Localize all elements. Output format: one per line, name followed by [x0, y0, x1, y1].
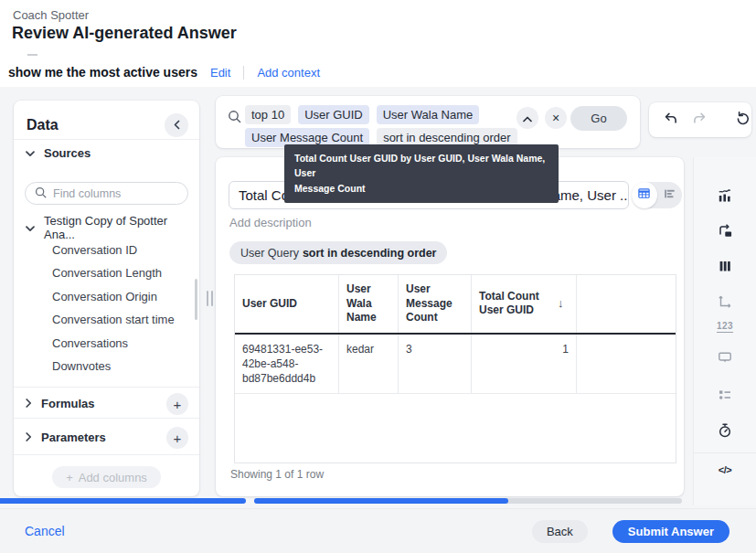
- tooltip-display-icon: [717, 349, 733, 368]
- bar-chart-icon: [663, 187, 676, 204]
- column-item[interactable]: Conversation Length: [52, 264, 162, 281]
- chart-trend-icon: [717, 187, 733, 207]
- reset-icon: [735, 111, 751, 129]
- add-description-field[interactable]: Add description: [229, 216, 312, 229]
- column-item[interactable]: Conversation start time: [52, 311, 175, 327]
- visualize-button[interactable]: [694, 186, 756, 207]
- find-columns-input[interactable]: [53, 187, 178, 200]
- sources-label: Sources: [44, 146, 91, 160]
- divider: [694, 452, 756, 453]
- coach-spotter-screen: Coach Spotter Review AI-generated Answer…: [0, 0, 756, 553]
- plus-icon: +: [66, 471, 73, 484]
- collapse-search-button[interactable]: [516, 107, 538, 129]
- close-icon: ×: [552, 112, 559, 124]
- stopwatch-icon: [717, 422, 733, 441]
- column-header-sorted[interactable]: Total Count User GUID ↓: [472, 275, 577, 333]
- table-cell: 1: [472, 335, 577, 394]
- undo-icon: [663, 111, 678, 129]
- edit-link[interactable]: Edit: [210, 66, 230, 80]
- schedule-button[interactable]: [694, 420, 756, 442]
- answer-toolbar: 123 </>: [693, 157, 756, 505]
- column-header[interactable]: User GUID: [235, 275, 339, 333]
- search-token[interactable]: top 10: [245, 105, 291, 124]
- result-table: User GUID User Wala Name User Message Co…: [234, 274, 676, 463]
- undo-button[interactable]: [663, 111, 678, 129]
- main-horizontal-scrollbar-track[interactable]: [254, 498, 682, 504]
- table-cell: 69481331-ee53-42be-a548-bd87be6ddd4b: [235, 335, 339, 394]
- view-code-button[interactable]: </>: [694, 459, 756, 481]
- truncated-text-mark: [27, 54, 37, 56]
- cancel-link[interactable]: Cancel: [25, 524, 65, 538]
- chevron-right-icon: [26, 429, 32, 445]
- search-token[interactable]: User Wala Name: [377, 105, 479, 124]
- column-header-empty: [577, 275, 676, 333]
- table-cell: 3: [399, 335, 472, 394]
- query-interpretation-tooltip: Total Count User GUID by User GUID, User…: [284, 144, 559, 203]
- redo-button[interactable]: [692, 111, 708, 129]
- table-row: 69481331-ee53-42be-a548-bd87be6ddd4b ked…: [235, 335, 676, 395]
- user-query-chip[interactable]: User Query sort in descending order: [229, 241, 447, 264]
- column-header[interactable]: User Wala Name: [339, 275, 399, 333]
- columns-icon: [717, 258, 733, 277]
- search-icon: [35, 186, 47, 202]
- search-token[interactable]: User GUID: [298, 105, 369, 124]
- collapse-panel-button[interactable]: [165, 113, 188, 137]
- reset-button[interactable]: [735, 111, 751, 129]
- edit-columns-button[interactable]: [694, 256, 756, 278]
- chip-prefix: User Query: [240, 247, 299, 260]
- chip-value: sort in descending order: [303, 247, 437, 260]
- sources-section-header[interactable]: Sources: [26, 144, 91, 161]
- add-context-link[interactable]: Add context: [257, 66, 320, 80]
- panel-resize-handle[interactable]: [207, 291, 213, 306]
- column-item[interactable]: Conversations: [52, 335, 128, 351]
- number-format-button[interactable]: 123: [694, 315, 756, 337]
- visualization-toggle: [632, 182, 682, 208]
- add-parameter-button[interactable]: +: [166, 427, 188, 449]
- sort-descending-icon: ↓: [558, 296, 564, 312]
- divider: [14, 418, 199, 419]
- configure-axes-button[interactable]: [694, 292, 756, 314]
- search-icon: [228, 110, 241, 127]
- parameters-label: Parameters: [41, 431, 106, 444]
- main-horizontal-scrollbar-thumb[interactable]: [254, 498, 508, 504]
- formulas-section-header[interactable]: Formulas: [26, 395, 95, 411]
- change-viz-icon: [717, 223, 733, 242]
- number-format-icon: 123: [717, 321, 733, 333]
- go-button[interactable]: Go: [570, 106, 627, 131]
- dataset-node[interactable]: Testign Copy of Spotter Ana...: [26, 219, 199, 236]
- chart-view-toggle[interactable]: [657, 182, 683, 208]
- chevron-down-icon: [26, 219, 35, 236]
- search-bar: top 10 User GUID User Wala Name User Mes…: [216, 96, 640, 148]
- sidebar-scrollbar-thumb[interactable]: [195, 279, 197, 320]
- clear-search-button[interactable]: ×: [545, 107, 567, 129]
- table-icon: [637, 186, 651, 204]
- column-header[interactable]: User Message Count: [399, 275, 472, 333]
- chevron-up-icon: [523, 112, 532, 125]
- sidebar-horizontal-scrollbar[interactable]: [0, 498, 246, 504]
- display-settings-button[interactable]: [694, 347, 756, 369]
- chevron-left-icon: [173, 119, 181, 133]
- column-item[interactable]: Conversation Origin: [52, 288, 157, 304]
- table-empty-area: [235, 394, 676, 463]
- data-panel-title: Data: [27, 117, 59, 133]
- column-item[interactable]: Downvotes: [52, 357, 111, 374]
- token-row-1: top 10 User GUID User Wala Name: [245, 105, 479, 124]
- back-button[interactable]: Back: [532, 520, 588, 543]
- table-cell-empty: [577, 335, 676, 394]
- redo-icon: [692, 111, 708, 129]
- divider: [14, 454, 199, 455]
- column-header-label: Total Count User GUID: [479, 290, 552, 318]
- conditional-formatting-button[interactable]: [694, 385, 756, 407]
- add-formula-button[interactable]: +: [166, 393, 188, 415]
- parameters-section-header[interactable]: Parameters: [26, 429, 106, 445]
- submit-answer-button[interactable]: Submit Answer: [612, 520, 729, 543]
- column-item[interactable]: Conversation ID: [52, 241, 137, 258]
- divider: [243, 66, 244, 80]
- find-columns-box: [25, 182, 188, 205]
- data-panel-header: Data: [27, 112, 188, 138]
- formulas-label: Formulas: [41, 397, 95, 410]
- table-view-toggle[interactable]: [632, 182, 657, 208]
- axes-icon: [717, 293, 733, 313]
- add-columns-button[interactable]: + Add columns: [52, 466, 161, 488]
- change-visualization-button[interactable]: [694, 221, 756, 243]
